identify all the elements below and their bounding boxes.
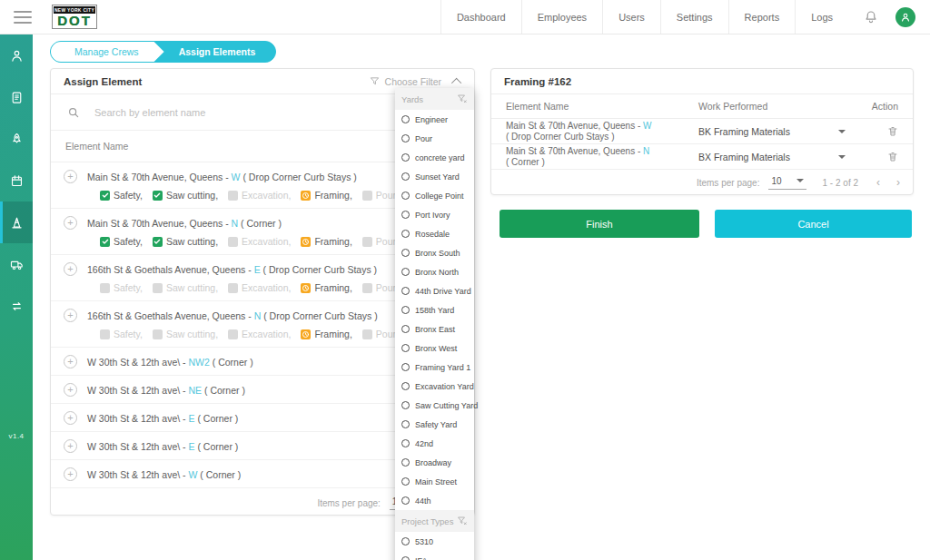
funnel-clear-icon[interactable] (457, 516, 468, 526)
cancel-button[interactable]: Cancel (715, 210, 912, 238)
filter-option-saw-cutting-yard[interactable]: Saw Cutting Yard (395, 396, 474, 415)
filter-option-158th-yard[interactable]: 158th Yard (395, 300, 474, 319)
trash-icon[interactable] (887, 125, 898, 137)
filter-option-44th-drive-yard[interactable]: 44th Drive Yard (395, 281, 474, 300)
sidebar-item-clipboard-icon[interactable] (0, 76, 33, 118)
expand-plus-icon[interactable]: + (64, 170, 77, 183)
work-type-checkbox[interactable]: Framing, (301, 282, 351, 293)
filter-option-excavation-yard[interactable]: Excavation Yard (395, 377, 474, 396)
filter-option-bronx-east[interactable]: Bronx East (395, 319, 474, 339)
breadcrumb-step-manage-crews[interactable]: Manage Crews (51, 42, 164, 62)
filter-option-5310[interactable]: 5310 (395, 532, 474, 551)
hamburger-menu-icon[interactable] (14, 7, 32, 27)
element-name: W 30th St & 12th ave\ - E ( Corner ) (87, 413, 238, 424)
filter-option-port-ivory[interactable]: Port Ivory (395, 205, 474, 224)
sidebar-item-truck-icon[interactable] (0, 243, 33, 285)
radio-icon (401, 382, 410, 390)
work-type-checkbox[interactable]: Pour, (362, 236, 399, 247)
nav-item-users[interactable]: Users (602, 0, 660, 34)
filter-option-bronx-south[interactable]: Bronx South (395, 243, 474, 262)
trash-icon[interactable] (887, 151, 898, 162)
filter-option-rosedale[interactable]: Rosedale (395, 224, 474, 243)
work-type-checkbox[interactable]: Saw cutting, (153, 329, 218, 339)
person-pin-icon (9, 48, 25, 64)
work-type-checkbox[interactable]: Saw cutting, (153, 282, 218, 293)
user-avatar[interactable] (895, 7, 915, 27)
unchecked-checkbox-icon (100, 283, 110, 293)
sidebar-item-repeat-icon[interactable] (0, 285, 33, 327)
expand-plus-icon[interactable]: + (64, 439, 77, 453)
work-type-checkbox[interactable]: Safety, (100, 329, 143, 339)
work-type-checkbox[interactable]: Excavation, (228, 236, 291, 247)
chevron-up-icon (451, 77, 461, 87)
previous-page-icon[interactable]: ‹ (876, 176, 880, 189)
filter-option-sunset-yard[interactable]: Sunset Yard (395, 167, 474, 186)
filter-option-bronx-north[interactable]: Bronx North (395, 262, 474, 281)
work-type-checkbox[interactable]: Safety, (100, 282, 143, 293)
filter-option-44th[interactable]: 44th (395, 491, 474, 510)
filter-option-42nd[interactable]: 42nd (395, 434, 474, 453)
crew-table-header: Element Name Work Performed Action (491, 94, 913, 119)
nav-item-settings[interactable]: Settings (660, 0, 728, 34)
radio-icon (401, 344, 410, 352)
items-per-page-select[interactable]: 10 (768, 176, 806, 190)
work-type-checkbox[interactable]: Pour, (362, 282, 399, 293)
work-type-label: Safety, (114, 190, 143, 201)
work-type-checkbox[interactable]: Pour, (362, 190, 399, 201)
sidebar-item-person-pin-icon[interactable] (0, 34, 33, 76)
next-page-icon[interactable]: › (896, 176, 900, 189)
work-type-checkbox[interactable]: Framing, (301, 329, 351, 339)
nav-item-employees[interactable]: Employees (521, 0, 602, 34)
work-type-checkbox[interactable]: Framing, (301, 190, 351, 201)
work-type-label: Safety, (114, 236, 143, 247)
work-type-checkbox[interactable]: Excavation, (228, 329, 291, 339)
work-type-checkbox[interactable]: Excavation, (228, 190, 291, 201)
work-type-label: Safety, (114, 282, 143, 293)
radio-icon (401, 477, 410, 486)
funnel-clear-icon[interactable] (457, 93, 468, 104)
clipboard-icon (9, 90, 25, 105)
work-type-checkbox[interactable]: Saw cutting, (153, 236, 218, 247)
work-type-checkbox[interactable]: Safety, (100, 190, 143, 201)
work-type-checkbox[interactable]: Excavation, (228, 282, 291, 293)
expand-plus-icon[interactable]: + (64, 262, 77, 276)
nav-item-logs[interactable]: Logs (795, 0, 848, 34)
radio-icon (401, 192, 410, 200)
filter-option-pour[interactable]: Pour (395, 129, 474, 148)
work-type-checkbox[interactable]: Safety, (100, 236, 143, 247)
nav-item-reports[interactable]: Reports (728, 0, 796, 34)
work-type-label: Excavation, (242, 236, 291, 247)
expand-plus-icon[interactable]: + (64, 411, 77, 425)
work-type-checkbox[interactable]: Saw cutting, (153, 190, 218, 201)
filter-option-ifa[interactable]: IFA (395, 551, 474, 560)
work-type-checkbox[interactable]: Pour, (362, 329, 399, 339)
filter-option-college-point[interactable]: College Point (395, 186, 474, 205)
filter-section-header: Yards (395, 88, 474, 110)
filter-option-broadway[interactable]: Broadway (395, 453, 474, 472)
notifications-bell-icon[interactable] (863, 9, 879, 25)
sidebar-item-traffic-cone-icon[interactable] (0, 201, 33, 243)
expand-plus-icon[interactable]: + (64, 355, 77, 368)
nav-item-dashboard[interactable]: Dashboard (440, 0, 521, 34)
expand-plus-icon[interactable]: + (64, 467, 77, 481)
filter-option-framing-yard-1[interactable]: Framing Yard 1 (395, 358, 474, 377)
choose-filter-toggle[interactable]: Choose Filter (370, 76, 461, 87)
filter-option-main-street[interactable]: Main Street (395, 472, 474, 491)
expand-plus-icon[interactable]: + (64, 216, 77, 230)
filter-option-engineer[interactable]: Engineer (395, 110, 474, 129)
breadcrumb-step-assign-elements[interactable]: Assign Elements (164, 42, 276, 62)
unchecked-checkbox-icon (362, 329, 372, 339)
work-performed-select[interactable]: BK Framing Materials (698, 126, 846, 137)
filter-option-concrete-yard[interactable]: concrete yard (395, 148, 474, 167)
filter-option-bronx-west[interactable]: Bronx West (395, 339, 474, 358)
expand-plus-icon[interactable]: + (64, 383, 77, 397)
sidebar-item-calendar-icon[interactable] (0, 160, 33, 201)
work-performed-select[interactable]: BX Framing Materials (698, 152, 846, 162)
sidebar-item-rocket-icon[interactable] (0, 118, 33, 160)
work-type-checkbox[interactable]: Framing, (301, 236, 351, 247)
checked-checkbox-icon (153, 237, 163, 247)
filter-option-safety-yard[interactable]: Safety Yard (395, 415, 474, 434)
column-action: Action (872, 101, 898, 112)
finish-button[interactable]: Finish (500, 210, 699, 238)
expand-plus-icon[interactable]: + (64, 309, 77, 322)
